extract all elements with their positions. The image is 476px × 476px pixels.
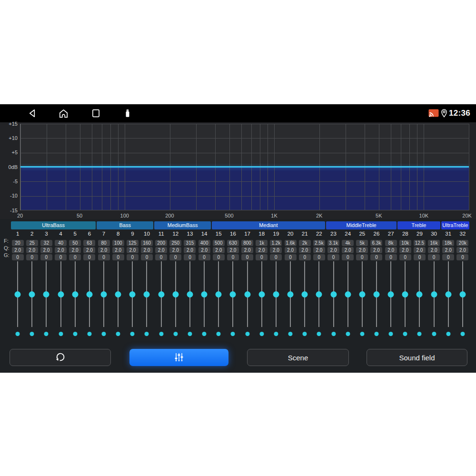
gain-value[interactable]: 0 bbox=[26, 254, 38, 260]
gain-value[interactable]: 0 bbox=[456, 254, 468, 260]
slider-handle[interactable] bbox=[230, 291, 236, 298]
gain-value[interactable]: 0 bbox=[428, 254, 440, 260]
slider-handle[interactable] bbox=[388, 291, 394, 298]
slider-reset-dot[interactable] bbox=[145, 332, 149, 336]
gain-value[interactable]: 0 bbox=[40, 254, 52, 260]
slider-reset-dot[interactable] bbox=[403, 332, 407, 336]
gain-value[interactable]: 0 bbox=[399, 254, 411, 260]
gain-value[interactable]: 0 bbox=[227, 254, 239, 260]
gain-value[interactable]: 0 bbox=[141, 254, 153, 260]
slider-reset-dot[interactable] bbox=[87, 332, 91, 336]
equalizer-button[interactable] bbox=[129, 349, 228, 366]
slider-handle[interactable] bbox=[302, 291, 308, 298]
slider-reset-dot[interactable] bbox=[417, 332, 422, 336]
slider-handle[interactable] bbox=[43, 291, 50, 298]
slider-handle[interactable] bbox=[144, 291, 150, 298]
slider-handle[interactable] bbox=[172, 291, 178, 298]
slider-reset-dot[interactable] bbox=[159, 332, 163, 336]
slider-reset-dot[interactable] bbox=[130, 332, 135, 336]
recents-icon[interactable] bbox=[89, 108, 101, 119]
slider-reset-dot[interactable] bbox=[16, 332, 20, 336]
slider-reset-dot[interactable] bbox=[259, 332, 264, 336]
slider-handle[interactable] bbox=[316, 291, 322, 298]
slider-reset-dot[interactable] bbox=[245, 332, 249, 336]
slider-reset-dot[interactable] bbox=[59, 332, 63, 336]
slider-reset-dot[interactable] bbox=[202, 332, 207, 336]
gain-value[interactable]: 0 bbox=[342, 254, 354, 260]
gain-value[interactable]: 0 bbox=[270, 254, 282, 260]
slider-handle[interactable] bbox=[115, 291, 121, 298]
slider-handle[interactable] bbox=[101, 291, 107, 298]
slider-reset-dot[interactable] bbox=[374, 332, 378, 336]
slider-handle[interactable] bbox=[129, 291, 136, 298]
gain-value[interactable]: 0 bbox=[385, 254, 397, 260]
slider-reset-dot[interactable] bbox=[188, 332, 192, 336]
usb-drive-icon[interactable] bbox=[122, 108, 134, 119]
slider-reset-dot[interactable] bbox=[217, 332, 221, 336]
slider-handle[interactable] bbox=[29, 291, 35, 298]
slider-handle[interactable] bbox=[416, 291, 423, 298]
gain-value[interactable]: 0 bbox=[155, 254, 167, 260]
gain-value[interactable]: 0 bbox=[169, 254, 181, 260]
gain-value[interactable]: 0 bbox=[442, 254, 454, 260]
gain-value[interactable]: 0 bbox=[299, 254, 311, 260]
gain-value[interactable]: 0 bbox=[83, 254, 95, 260]
gain-value[interactable]: 0 bbox=[127, 254, 139, 260]
slider-handle[interactable] bbox=[373, 291, 379, 298]
gain-value[interactable]: 0 bbox=[327, 254, 339, 260]
scene-button[interactable]: Scene bbox=[247, 349, 349, 366]
slider-reset-dot[interactable] bbox=[116, 332, 120, 336]
slider-reset-dot[interactable] bbox=[288, 332, 293, 336]
slider-reset-dot[interactable] bbox=[331, 332, 336, 336]
back-icon[interactable] bbox=[27, 108, 38, 119]
slider-handle[interactable] bbox=[158, 291, 164, 298]
slider-reset-dot[interactable] bbox=[102, 332, 106, 336]
gain-value[interactable]: 0 bbox=[184, 254, 196, 260]
slider-reset-dot[interactable] bbox=[303, 332, 307, 336]
gain-value[interactable]: 0 bbox=[356, 254, 368, 260]
gain-value[interactable]: 0 bbox=[414, 254, 426, 260]
reset-button[interactable] bbox=[10, 349, 111, 366]
slider-handle[interactable] bbox=[288, 291, 294, 298]
slider-reset-dot[interactable] bbox=[446, 332, 450, 336]
slider-handle[interactable] bbox=[258, 291, 265, 298]
gain-value[interactable]: 0 bbox=[241, 254, 253, 260]
slider-reset-dot[interactable] bbox=[173, 332, 178, 336]
slider-handle[interactable] bbox=[72, 291, 78, 298]
sound-field-button[interactable]: Sound field bbox=[367, 349, 467, 366]
gain-value[interactable]: 0 bbox=[55, 254, 67, 260]
slider-reset-dot[interactable] bbox=[73, 332, 77, 336]
slider-reset-dot[interactable] bbox=[432, 332, 436, 336]
slider-handle[interactable] bbox=[359, 291, 365, 298]
slider-reset-dot[interactable] bbox=[389, 332, 393, 336]
gain-value[interactable]: 0 bbox=[98, 254, 110, 260]
slider-handle[interactable] bbox=[431, 291, 437, 298]
slider-handle[interactable] bbox=[402, 291, 408, 298]
gain-value[interactable]: 0 bbox=[12, 254, 24, 260]
gain-value[interactable]: 0 bbox=[370, 254, 382, 260]
slider-handle[interactable] bbox=[187, 291, 193, 298]
slider-reset-dot[interactable] bbox=[346, 332, 350, 336]
slider-reset-dot[interactable] bbox=[30, 332, 34, 336]
slider-handle[interactable] bbox=[459, 291, 466, 298]
slider-handle[interactable] bbox=[216, 291, 222, 298]
gain-value[interactable]: 0 bbox=[198, 254, 210, 260]
slider-reset-dot[interactable] bbox=[274, 332, 278, 336]
slider-handle[interactable] bbox=[15, 291, 21, 298]
slider-handle[interactable] bbox=[58, 291, 64, 298]
slider-reset-dot[interactable] bbox=[231, 332, 235, 336]
gain-value[interactable]: 0 bbox=[69, 254, 81, 260]
gain-value[interactable]: 0 bbox=[285, 254, 297, 260]
slider-reset-dot[interactable] bbox=[360, 332, 364, 336]
slider-reset-dot[interactable] bbox=[317, 332, 321, 336]
slider-handle[interactable] bbox=[445, 291, 451, 298]
gain-value[interactable]: 0 bbox=[313, 254, 325, 260]
slider-reset-dot[interactable] bbox=[44, 332, 49, 336]
slider-handle[interactable] bbox=[273, 291, 279, 298]
slider-handle[interactable] bbox=[86, 291, 92, 298]
slider-handle[interactable] bbox=[345, 291, 351, 298]
gain-value[interactable]: 0 bbox=[112, 254, 124, 260]
slider-handle[interactable] bbox=[330, 291, 337, 298]
home-icon[interactable] bbox=[58, 108, 69, 119]
slider-handle[interactable] bbox=[244, 291, 250, 298]
